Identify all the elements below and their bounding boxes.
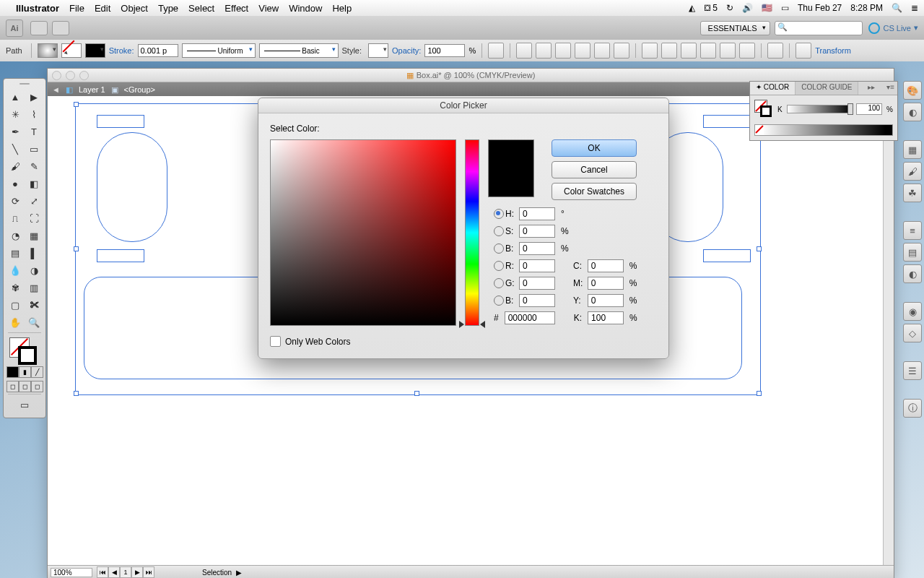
panel-grip[interactable] [10, 81, 39, 87]
layers-icon[interactable]: ☰ [903, 361, 922, 380]
isolate-button[interactable] [796, 43, 811, 59]
info-icon[interactable]: ⓘ [903, 399, 922, 418]
r-radio[interactable] [494, 261, 504, 271]
magic-wand-tool[interactable]: ✳ [6, 105, 25, 123]
spectrum-ramp[interactable] [754, 124, 893, 136]
status-arrow-icon[interactable]: ▶ [236, 569, 242, 577]
draw-normal[interactable]: ◻ [6, 381, 19, 392]
menu-file[interactable]: File [69, 3, 84, 14]
r-input[interactable]: 0 [519, 259, 555, 272]
align-4[interactable] [575, 43, 590, 59]
dist-6[interactable] [739, 43, 755, 59]
paintbrush-tool[interactable]: 🖌 [6, 158, 25, 175]
menu-object[interactable]: Object [121, 3, 148, 14]
fill-swatch[interactable] [38, 43, 58, 58]
color-modes[interactable]: ▮╱ [6, 366, 43, 378]
sel-rect[interactable] [97, 115, 144, 128]
m-input[interactable]: 0 [588, 277, 624, 290]
graph-tool[interactable]: ▥ [25, 279, 43, 296]
recolor-art-button[interactable] [488, 43, 504, 59]
dist-5[interactable] [720, 43, 736, 59]
bc-input[interactable]: 0 [519, 294, 555, 307]
battery-icon[interactable]: ▭ [781, 3, 789, 13]
ok-button[interactable]: OK [552, 139, 637, 157]
sel-rect[interactable] [97, 249, 144, 262]
menu-effect[interactable]: Effect [225, 3, 248, 14]
type-tool[interactable]: T [25, 123, 43, 140]
right-dock[interactable]: 🎨 ◐ ▦ 🖌 ☘ ≡ ▤ ◐ ◉ ◇ ☰ ⓘ [902, 78, 923, 577]
color-panel[interactable]: ✦ COLOR COLOR GUIDE ▸▸ ▾≡ K 100 % [749, 81, 898, 141]
s-radio[interactable] [494, 226, 504, 236]
perspective-tool[interactable]: ▦ [25, 227, 43, 244]
mesh-tool[interactable]: ▤ [6, 244, 25, 262]
close-dot[interactable] [52, 71, 61, 80]
cs-live-button[interactable]: CS Live ▾ [868, 22, 918, 34]
brush-def-select[interactable]: Basic [259, 43, 339, 58]
stroke-icon[interactable]: ≡ [903, 221, 922, 240]
opacity-label[interactable]: Opacity: [392, 46, 421, 55]
bc-radio[interactable] [494, 296, 504, 306]
hex-input[interactable]: 000000 [505, 311, 555, 324]
back-arrow-icon[interactable]: ◄ [52, 85, 60, 94]
artboard-tool[interactable]: ▢ [6, 296, 25, 314]
align-5[interactable] [594, 43, 610, 59]
stroke-swatch-icon[interactable] [18, 346, 37, 365]
lasso-tool[interactable]: ⌇ [25, 105, 43, 123]
align-2[interactable] [536, 43, 552, 59]
k-input2[interactable]: 100 [588, 311, 624, 324]
appearance-icon[interactable]: ◉ [903, 302, 922, 321]
stroke-weight-input[interactable]: 0.001 p [138, 44, 178, 57]
stroke-swatch[interactable] [85, 43, 105, 58]
k-slider[interactable] [787, 105, 852, 113]
zoom-dot[interactable] [79, 71, 89, 80]
zoom-field[interactable]: 100% [51, 568, 92, 577]
zoom-tool[interactable]: 🔍 [25, 314, 43, 331]
rotate-tool[interactable]: ⟳ [6, 192, 25, 210]
stroke-profile-select[interactable]: Uniform [182, 43, 256, 58]
eyedropper-tool[interactable]: 💧 [6, 262, 25, 279]
symbol-sprayer-tool[interactable]: ✾ [6, 279, 25, 296]
dist-3[interactable] [681, 43, 697, 59]
selection-tool[interactable]: ▲ [6, 88, 25, 105]
cancel-button[interactable]: Cancel [552, 161, 637, 178]
sv-field[interactable] [270, 139, 456, 326]
workspace-switcher[interactable]: ESSENTIALS [700, 21, 771, 35]
menu-help[interactable]: Help [332, 3, 352, 14]
eraser-tool[interactable]: ◧ [25, 175, 43, 192]
arrange-docs-button[interactable] [52, 21, 69, 35]
flag-icon[interactable]: 🇺🇸 [762, 3, 772, 13]
blob-brush-tool[interactable]: ● [6, 175, 25, 192]
menu-edit[interactable]: Edit [95, 3, 110, 14]
hue-slider[interactable] [465, 139, 479, 326]
pen-tool[interactable]: ✒ [6, 123, 25, 140]
adobe-icon[interactable]: ⛋ 5 [704, 3, 718, 13]
mini-fill-stroke[interactable] [754, 100, 773, 118]
sel-rect[interactable] [703, 249, 751, 262]
stroke-label[interactable]: Stroke: [109, 46, 134, 55]
gdrive-icon[interactable]: ◭ [689, 3, 695, 13]
gradient-icon[interactable]: ▤ [903, 243, 922, 262]
artboard-nav[interactable]: ⏮◀1▶⏭ [97, 566, 154, 578]
brushes-icon[interactable]: 🖌 [903, 162, 922, 181]
screen-modes[interactable]: ◻◻◻ [6, 381, 43, 392]
graphic-styles-icon[interactable]: ◇ [903, 324, 922, 342]
tab-color[interactable]: ✦ COLOR [750, 82, 796, 95]
help-search-input[interactable] [775, 21, 863, 35]
slice-tool[interactable]: ✀ [25, 296, 43, 314]
vertical-scrollbar[interactable] [883, 96, 894, 566]
sync-icon[interactable]: ↻ [726, 3, 733, 13]
color-mode[interactable] [6, 366, 19, 378]
dist-4[interactable] [700, 43, 716, 59]
menu-window[interactable]: Window [289, 3, 322, 14]
dist-2[interactable] [661, 43, 677, 59]
draw-inside[interactable]: ◻ [31, 381, 43, 392]
transform-link[interactable]: Transform [815, 46, 851, 55]
web-colors-checkbox[interactable] [270, 336, 281, 347]
opacity-input[interactable]: 100 [424, 44, 465, 57]
h-radio[interactable] [494, 209, 504, 219]
color-swatches-button[interactable]: Color Swatches [552, 183, 637, 200]
y-input[interactable]: 0 [588, 294, 624, 307]
width-tool[interactable]: ⎍ [6, 210, 25, 227]
shape-builder-tool[interactable]: ◔ [6, 227, 25, 244]
g-input[interactable]: 0 [519, 277, 555, 290]
